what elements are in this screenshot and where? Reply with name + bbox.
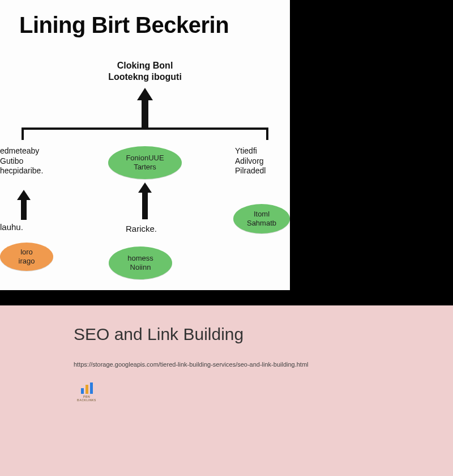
footer-panel: SEO and Link Building https://storage.go… (0, 305, 453, 476)
label-left-lower: lauhu. (0, 222, 45, 233)
diagram-title: Lining Birt Beckerin (19, 12, 229, 38)
label-right-mid: Ytiedfi Adilvorg Pilradedl (235, 146, 290, 176)
connector-horizontal (22, 128, 268, 130)
node-bottom-center-1: homess (109, 254, 172, 263)
node-mid-center-2: Tarters (108, 163, 182, 172)
top-label-line1: Cloking Bonl (108, 60, 182, 71)
node-mid-center: FonionUUE Tarters (108, 146, 182, 179)
node-bottom-left-2: irago (0, 257, 53, 266)
label-right-mid-3: Pilradedl (235, 166, 290, 176)
label-center-lower: Raricke. (126, 224, 157, 235)
label-right-mid-1: Ytiedfi (235, 146, 290, 156)
connector-tick-left (22, 128, 24, 140)
node-bottom-left-1: loro (0, 248, 53, 257)
connector-tick-right (266, 128, 268, 140)
logo-caption: PBN BACKLINKS (74, 395, 100, 402)
logo-icon: PBN BACKLINKS (74, 382, 100, 398)
label-right-mid-2: Adilvorg (235, 156, 290, 167)
label-left-mid-2: Gutibo (0, 156, 62, 167)
spacer (0, 290, 453, 305)
label-left-mid-1: edmeteaby (0, 146, 62, 156)
node-mid-center-1: FonionUUE (108, 154, 182, 163)
diagram-canvas: Lining Birt Beckerin Cloking Bonl Lootek… (0, 0, 290, 290)
label-left-mid-3: hecpidaribe. (0, 166, 62, 176)
page-title: SEO and Link Building (74, 325, 453, 344)
node-right-mid: Itoml Sahmatb (233, 204, 290, 233)
arrow-up-icon (137, 88, 153, 128)
top-label-line2: Lootekng iboguti (108, 71, 182, 83)
label-left-mid: edmeteaby Gutibo hecpidaribe. (0, 146, 62, 176)
node-bottom-center: homess Noiinn (109, 246, 172, 279)
arrow-up-left-icon (17, 190, 31, 220)
node-bottom-left: loro irago (0, 243, 53, 271)
node-bottom-center-2: Noiinn (109, 263, 172, 272)
node-right-mid-2: Sahmatb (233, 219, 290, 228)
page-url: https://storage.googleapis.com/tiered-li… (74, 361, 453, 368)
diagram-top-label: Cloking Bonl Lootekng iboguti (108, 60, 182, 83)
node-right-mid-1: Itoml (233, 210, 290, 219)
arrow-up-center-icon (138, 182, 152, 219)
